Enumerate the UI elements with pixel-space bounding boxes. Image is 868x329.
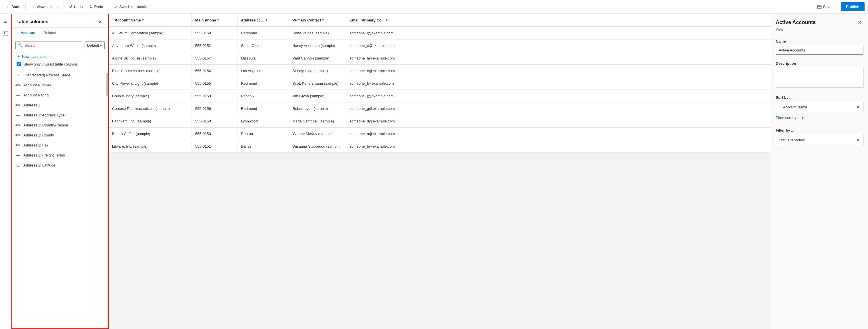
chevron-down-icon: ▾ [217, 18, 219, 22]
right-panel-close-icon: ✕ [858, 20, 861, 25]
cell-contact: Scott Konersmann (sample) [289, 79, 346, 88]
redo-icon: ↻ [89, 5, 93, 9]
scrollbar-thumb[interactable] [106, 73, 108, 96]
cell-contact: Rene Valdes (sample) [289, 29, 346, 37]
col-header-label: Primary Contact [292, 18, 321, 22]
cell-address: Dallas [237, 142, 289, 151]
filter-remove-icon: ✕ [856, 138, 860, 142]
cell-account: Adventure Works (sample) [108, 41, 191, 50]
panel-tabs: Account Related [12, 28, 108, 38]
scrollbar-track [106, 70, 108, 328]
table-row[interactable]: City Power & Light (sample) 555-0155 Red… [108, 77, 771, 90]
cell-email: someone_b@example.com [346, 142, 406, 151]
name-input[interactable] [776, 46, 863, 55]
publish-button[interactable]: Publish [841, 2, 865, 11]
cell-address: Santa Cruz [237, 41, 289, 50]
redo-button[interactable]: ↻ Redo [87, 3, 106, 10]
grid-col-header-1[interactable]: Main Phone▾ [191, 14, 237, 26]
cell-phone: 555-0154 [191, 66, 237, 75]
sort-item-left: ↑ Account Name [779, 105, 807, 109]
column-list-item[interactable]: Abc Address 1: County [12, 130, 108, 140]
column-list-item[interactable]: Abc Account Number [12, 80, 108, 90]
text-field-icon: Ab [3, 31, 8, 35]
column-list-item[interactable]: — Address 1: Address Type [12, 110, 108, 120]
show-unused-row[interactable]: Show only unused table columns [16, 61, 104, 67]
undo-label: Undo [74, 5, 83, 9]
right-panel-close-button[interactable]: ✕ [856, 18, 863, 26]
column-list-item[interactable]: ⊞ Address 1: Latitude [12, 160, 108, 170]
table-row[interactable]: Fourth Coffee (sample) 555-0150 Renton Y… [108, 128, 771, 140]
grid-col-header-4[interactable]: Email (Primary Co...▾ [346, 14, 406, 26]
column-item-label: Address 1 [24, 103, 40, 107]
table-row[interactable]: Contoso Pharmaceuticals (sample) 555-015… [108, 103, 771, 115]
view-column-button[interactable]: ＋ View column [29, 3, 60, 11]
save-button[interactable]: 💾 Save [814, 3, 835, 10]
cell-account: Contoso Pharmaceuticals (sample) [108, 104, 191, 113]
redo-label: Redo [94, 5, 103, 9]
tab-related-label: Related [43, 31, 56, 35]
separator-3 [109, 3, 109, 10]
cell-email: someone_c@example.com [346, 41, 406, 50]
save-label: Save [823, 5, 831, 9]
sort-remove-icon: ✕ [856, 105, 860, 109]
back-icon: ← [6, 5, 10, 9]
table-row[interactable]: Coho Winery (sample) 555-0159 Phoenix Ji… [108, 90, 771, 103]
cell-address: Los Angeles [237, 66, 289, 75]
right-panel-header: Active Accounts ✕ [771, 14, 868, 27]
column-list-item[interactable]: ≡ (Deprecated) Process Stage [12, 70, 108, 80]
search-box[interactable]: 🔍 [16, 41, 82, 49]
tab-account[interactable]: Account [17, 28, 39, 38]
separator-1 [25, 3, 26, 10]
sort-up-icon: ↑ [779, 105, 781, 109]
table-row[interactable]: Adventure Works (sample) 555-0152 Santa … [108, 39, 771, 52]
cell-account: Litware, Inc. (sample) [108, 142, 191, 151]
filter-item-remove-button[interactable]: ✕ [856, 137, 860, 143]
table-row[interactable]: Litware, Inc. (sample) 555-0151 Dallas S… [108, 140, 771, 153]
cell-email: someone_j@example.com [346, 91, 406, 101]
cell-contact: Paul Cannon (sample) [289, 54, 346, 63]
switch-classic-button[interactable]: ⤢ Switch to classic [112, 3, 150, 10]
publish-label: Publish [846, 5, 860, 9]
columns-panel-close-button[interactable]: ✕ [97, 18, 103, 25]
column-list-item[interactable]: Abc Address 1: Fax [12, 140, 108, 150]
cell-contact: Maria Campbell (sample) [289, 117, 346, 126]
show-unused-checkbox[interactable] [17, 62, 21, 66]
column-list-item[interactable]: — Account Rating [12, 90, 108, 100]
tab-related[interactable]: Related [39, 28, 60, 38]
cell-address: Missoula [237, 54, 289, 63]
text-icon-button[interactable]: Ab [1, 29, 10, 38]
new-column-button[interactable]: ＋ New table column [16, 52, 53, 61]
table-row[interactable]: Alpine Ski House (sample) 555-0157 Misso… [108, 52, 771, 65]
default-dropdown[interactable]: Default ▾ [85, 42, 104, 49]
show-unused-label: Show only unused table columns [24, 62, 78, 66]
switch-classic-label: Switch to classic [120, 5, 147, 9]
view-column-icon: ＋ [31, 4, 35, 9]
save-icon: 💾 [817, 5, 822, 9]
column-list-item[interactable]: Abc Address 1: Country/Region [12, 120, 108, 130]
cell-account: A. Datum Corporation (sample) [108, 29, 191, 37]
grid-col-header-2[interactable]: Address 1: ...▾ [237, 14, 289, 26]
undo-button[interactable]: ↺ Undo [66, 3, 86, 10]
table-row[interactable]: Fabrikam, Inc. (sample) 555-0153 Lynnwoo… [108, 115, 771, 128]
column-type-icon: Abc [16, 103, 21, 108]
table-row[interactable]: A. Datum Corporation (sample) 555-0158 R… [108, 27, 771, 39]
chevron-down-icon: ▾ [322, 18, 324, 22]
grid-col-header-0[interactable]: ↑Account Name▾ [108, 14, 191, 26]
cell-account: City Power & Light (sample) [108, 79, 191, 88]
column-type-icon: Abc [16, 122, 21, 128]
then-sort-button[interactable]: Then sort by ... ▾ [776, 114, 804, 121]
chevron-down-icon: ▾ [266, 18, 267, 22]
table-row[interactable]: Blue Yonder Airlines (sample) 555-0154 L… [108, 65, 771, 77]
cell-email: someone_e@example.com [346, 66, 406, 75]
column-list-item[interactable]: — Address 1: Freight Terms [12, 150, 108, 160]
search-input[interactable] [25, 43, 80, 48]
cell-contact: Nancy Anderson (sample) [289, 41, 346, 50]
sort-item-remove-button[interactable]: ✕ [856, 104, 860, 110]
column-list-item[interactable]: Abc Address 1 [12, 100, 108, 110]
grid-col-header-3[interactable]: Primary Contact▾ [289, 14, 346, 26]
back-button[interactable]: ← Back [3, 3, 23, 10]
grid-body: A. Datum Corporation (sample) 555-0158 R… [108, 27, 771, 329]
menu-button[interactable]: ☰ [1, 17, 10, 26]
description-textarea[interactable] [776, 68, 863, 88]
filter-item-label: Status is 'Active' [779, 138, 806, 142]
